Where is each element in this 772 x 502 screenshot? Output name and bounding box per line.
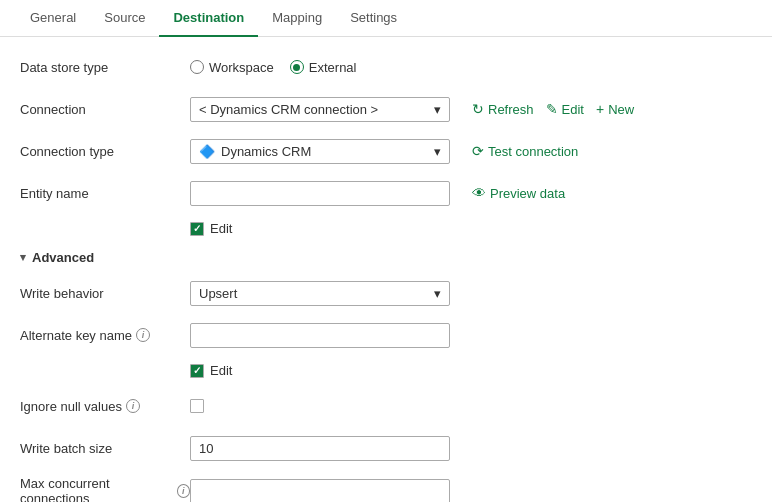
advanced-section-header[interactable]: ▾ Advanced [20, 250, 752, 265]
connection-dropdown[interactable]: < Dynamics CRM connection > ▾ [190, 97, 450, 122]
connection-type-row: Connection type 🔷 Dynamics CRM ▾ ⟳ Test … [20, 137, 752, 165]
edit-connection-button[interactable]: ✎ Edit [544, 97, 586, 121]
test-connection-button[interactable]: ⟳ Test connection [470, 139, 580, 163]
preview-data-button[interactable]: 👁 Preview data [470, 181, 567, 205]
alternate-key-edit-checkbox[interactable]: ✓ [190, 364, 204, 378]
max-connections-label: Max concurrent connections i [20, 476, 190, 502]
connection-label: Connection [20, 102, 190, 117]
connection-type-label: Connection type [20, 144, 190, 159]
radio-workspace[interactable]: Workspace [190, 60, 274, 75]
connection-control: < Dynamics CRM connection > ▾ ↻ Refresh … [190, 97, 752, 122]
max-connections-control [190, 479, 752, 503]
connection-actions: ↻ Refresh ✎ Edit + New [470, 97, 636, 121]
max-connections-row: Max concurrent connections i [20, 476, 752, 502]
preview-icon: 👁 [472, 185, 486, 201]
radio-group-datastore: Workspace External [190, 60, 357, 75]
alternate-key-control [190, 323, 752, 348]
write-batch-size-control [190, 436, 752, 461]
write-behavior-control: Upsert ▾ [190, 281, 752, 306]
connection-type-arrow-icon: ▾ [434, 144, 441, 159]
test-icon: ⟳ [472, 143, 484, 159]
advanced-section-label: Advanced [32, 250, 94, 265]
write-behavior-row: Write behavior Upsert ▾ [20, 279, 752, 307]
radio-external[interactable]: External [290, 60, 357, 75]
connection-dropdown-value: < Dynamics CRM connection > [199, 102, 378, 117]
alternate-key-edit-row: ✓ Edit [190, 363, 752, 378]
edit-label: Edit [562, 102, 584, 117]
connection-dropdown-arrow-icon: ▾ [434, 102, 441, 117]
radio-external-label: External [309, 60, 357, 75]
ignore-null-label: Ignore null values i [20, 399, 190, 414]
check-mark-icon: ✓ [193, 223, 201, 234]
refresh-icon: ↻ [472, 101, 484, 117]
alternate-key-input[interactable] [190, 323, 450, 348]
entity-name-actions: 👁 Preview data [470, 181, 567, 205]
tab-mapping[interactable]: Mapping [258, 0, 336, 37]
tab-bar: General Source Destination Mapping Setti… [0, 0, 772, 37]
entity-name-edit-label: Edit [210, 221, 232, 236]
data-store-type-control: Workspace External [190, 60, 752, 75]
ignore-null-control [190, 399, 752, 413]
tab-general[interactable]: General [16, 0, 90, 37]
ignore-null-checkbox[interactable] [190, 399, 204, 413]
preview-data-label: Preview data [490, 186, 565, 201]
write-behavior-dropdown[interactable]: Upsert ▾ [190, 281, 450, 306]
tab-settings[interactable]: Settings [336, 0, 411, 37]
entity-name-label: Entity name [20, 186, 190, 201]
write-behavior-value: Upsert [199, 286, 237, 301]
connection-type-control: 🔷 Dynamics CRM ▾ ⟳ Test connection [190, 139, 752, 164]
connection-type-dropdown[interactable]: 🔷 Dynamics CRM ▾ [190, 139, 450, 164]
data-store-type-label: Data store type [20, 60, 190, 75]
ignore-null-info-icon: i [126, 399, 140, 413]
edit-icon: ✎ [546, 101, 558, 117]
ignore-null-row: Ignore null values i [20, 392, 752, 420]
connection-row: Connection < Dynamics CRM connection > ▾… [20, 95, 752, 123]
entity-name-input[interactable] [190, 181, 450, 206]
write-behavior-arrow-icon: ▾ [434, 286, 441, 301]
radio-workspace-label: Workspace [209, 60, 274, 75]
alternate-key-row: Alternate key name i [20, 321, 752, 349]
write-behavior-label: Write behavior [20, 286, 190, 301]
advanced-chevron-icon: ▾ [20, 251, 26, 264]
connection-type-actions: ⟳ Test connection [470, 139, 580, 163]
alternate-key-info-icon: i [136, 328, 150, 342]
entity-name-edit-row: ✓ Edit [190, 221, 752, 236]
test-connection-label: Test connection [488, 144, 578, 159]
data-store-type-row: Data store type Workspace External [20, 53, 752, 81]
alternate-key-check-icon: ✓ [193, 365, 201, 376]
entity-name-control: 👁 Preview data [190, 181, 752, 206]
new-icon: + [596, 101, 604, 117]
new-connection-button[interactable]: + New [594, 97, 636, 121]
tab-destination[interactable]: Destination [159, 0, 258, 37]
max-connections-info-icon: i [177, 484, 190, 498]
refresh-label: Refresh [488, 102, 534, 117]
write-batch-size-row: Write batch size [20, 434, 752, 462]
new-label: New [608, 102, 634, 117]
write-batch-size-label: Write batch size [20, 441, 190, 456]
write-batch-size-input[interactable] [190, 436, 450, 461]
tab-source[interactable]: Source [90, 0, 159, 37]
form-content: Data store type Workspace External Conne… [0, 37, 772, 502]
alternate-key-edit-label: Edit [210, 363, 232, 378]
max-connections-input[interactable] [190, 479, 450, 503]
connection-type-value: Dynamics CRM [221, 144, 311, 159]
alternate-key-label: Alternate key name i [20, 328, 190, 343]
refresh-button[interactable]: ↻ Refresh [470, 97, 536, 121]
radio-external-input[interactable] [290, 60, 304, 74]
crm-icon: 🔷 [199, 144, 215, 159]
entity-name-row: Entity name 👁 Preview data [20, 179, 752, 207]
entity-name-edit-checkbox[interactable]: ✓ [190, 222, 204, 236]
radio-workspace-input[interactable] [190, 60, 204, 74]
